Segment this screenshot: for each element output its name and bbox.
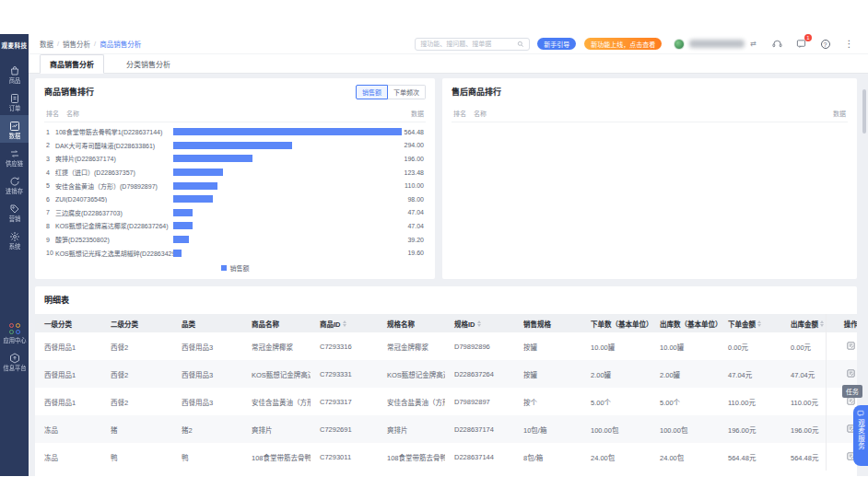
rank-number: 3 [44,156,55,162]
column-header[interactable]: 出库数（基本单位） [651,314,719,332]
table-cell: 西餐用品1 [35,332,101,360]
app-logo: 观麦科技 [0,34,29,56]
sidebar-item-orders[interactable]: 订单 [0,87,29,115]
sales-rank-panel: 商品销售排行 销售额下单频次 排名 名称 数据 1108食堂带筋去骨鸭掌1(D2… [35,78,435,279]
column-header[interactable]: 规格ID [445,314,514,332]
scrollbar-thumb[interactable] [862,89,866,134]
bar [173,169,223,176]
sort-caret-icon[interactable] [757,320,761,327]
metric-toggle-group: 销售额下单频次 [356,85,426,99]
switch-account-icon[interactable]: ⇄ [750,40,757,48]
bar-value: 39.20 [407,237,426,243]
help-icon[interactable]: ? [819,38,831,50]
tab-inactive[interactable]: 分类销售分析 [117,55,180,73]
sort-caret-icon[interactable] [820,320,824,327]
column-label: 下单数（基本单位） [591,319,651,329]
rank-col-label: 排名 [44,109,66,118]
table-row: 西餐用品1西餐2西餐用品3KOS甄想记金牌高达椰浆C7293331KOS甄想记金… [35,360,857,388]
bar [173,142,292,149]
user-name-redacted[interactable] [689,40,745,48]
table-cell: 常冠金牌椰浆 [378,332,445,360]
breadcrumb-item[interactable]: 数据 [40,39,53,49]
search-input[interactable] [420,41,517,47]
order-file-icon [9,91,20,102]
sidebar-item-label: 数据 [8,131,20,139]
bar-value: 47.04 [407,209,426,215]
table-cell: 564.48元 [719,443,781,471]
breadcrumb-item[interactable]: 销售分析 [63,39,90,49]
task-tab[interactable]: 任务 [842,385,862,398]
promo-button[interactable]: 新功能上线，点击查看 [584,38,662,50]
sidebar-item-system[interactable]: 系统 [0,226,29,253]
sidebar-item-marketing[interactable]: 营销 [0,198,29,226]
sidebar-item-label: 商品 [8,76,20,84]
service-button[interactable]: 观麦服务 [853,405,868,466]
rank-number: 9 [44,237,55,243]
table-cell: 2.00罐 [581,360,651,388]
guide-button[interactable]: 新手引导 [537,38,576,50]
detail-icon[interactable] [846,368,856,378]
more-icon[interactable]: ⋮ [843,38,855,50]
column-header: 销售规格 [514,314,581,332]
table-cell: 按罐 [514,332,581,360]
app-window: 观麦科技 商品订单数据供应链进销存营销系统 应用中心信息平台 数据/销售分析/商… [0,34,868,476]
table-cell: 196.00元 [781,415,826,443]
sidebar-item-app-center[interactable]: 应用中心 [0,320,29,347]
sidebar: 观麦科技 商品订单数据供应链进销存营销系统 应用中心信息平台 [0,34,29,476]
sort-caret-icon[interactable] [477,320,481,327]
sidebar-item-label: 应用中心 [3,335,26,343]
message-icon[interactable]: 1 [795,38,807,50]
product-label: 酸笋(D252350802) [55,235,173,244]
column-header[interactable]: 出库金额 [781,314,826,332]
chat-icon [857,410,864,417]
bar-track [173,209,404,216]
column-header[interactable]: 下单数（基本单位） [581,314,651,332]
sidebar-item-label: 系统 [8,241,20,250]
support-icon[interactable] [771,38,783,50]
table-cell: 24.00包 [581,443,651,471]
column-label: 下单金额 [728,319,756,329]
tab-active[interactable]: 商品销售分析 [40,54,104,74]
table-cell: C7293317 [311,388,378,415]
global-search[interactable] [415,38,530,51]
toggle-sales-amount[interactable]: 销售额 [356,85,388,99]
service-button-label: 观麦服务 [856,419,866,450]
bar-value: 47.04 [407,223,426,229]
product-label: KOS甄想记光辉之选黑胡椒碎(D228634296) [55,249,173,258]
sort-caret-icon[interactable] [343,320,346,327]
chart-row: 8KOS甄想记金牌高达椰浆(D228637264)47.04 [44,219,426,233]
sidebar-item-inventory[interactable]: 进销存 [0,170,29,198]
table-row: 冻品鸭鸭108食堂带筋去骨鸭掌C7293011108食堂带筋去骨鸭掌1D2286… [35,443,857,471]
chart-legend: 销售额 [35,263,435,273]
info-platform-icon [9,351,20,362]
after-sale-panel: 售后商品排行 排名 名称 数据 [442,78,857,279]
sidebar-item-info-platform[interactable]: 信息平台 [0,347,29,375]
bar-value: 123.48 [405,169,426,176]
bar [173,236,189,243]
table-cell: C7293011 [311,443,378,471]
rank-number: 2 [44,142,55,148]
column-header[interactable]: 下单金额 [719,314,781,332]
table-cell: 0.00元 [719,332,781,360]
table-cell: D79892896 [445,332,514,360]
chart-row: 9酸笋(D252350802)39.20 [44,233,426,247]
table-cell: 鸭 [172,443,242,471]
bar-track [173,155,404,162]
toggle-order-frequency[interactable]: 下单频次 [388,85,426,99]
bar-track [173,250,404,257]
sales-rank-header: 排名 名称 数据 [44,109,426,122]
rank-number: 6 [44,196,55,203]
sidebar-item-supply-chain[interactable]: 供应链 [0,143,29,170]
operation-cell [826,360,857,388]
name-col-label: 名称 [66,109,79,118]
detail-icon[interactable] [846,341,856,351]
column-label: 一级分类 [44,319,72,329]
sidebar-item-data[interactable]: 数据 [0,115,29,143]
avatar[interactable] [674,39,685,50]
bar [173,182,217,190]
column-header[interactable]: 商品ID [311,314,378,332]
sidebar-item-label: 进销存 [6,186,23,194]
inventory-cycle-icon [9,174,20,185]
sidebar-item-goods[interactable]: 商品 [0,60,29,87]
column-label: 销售规格 [523,319,551,329]
